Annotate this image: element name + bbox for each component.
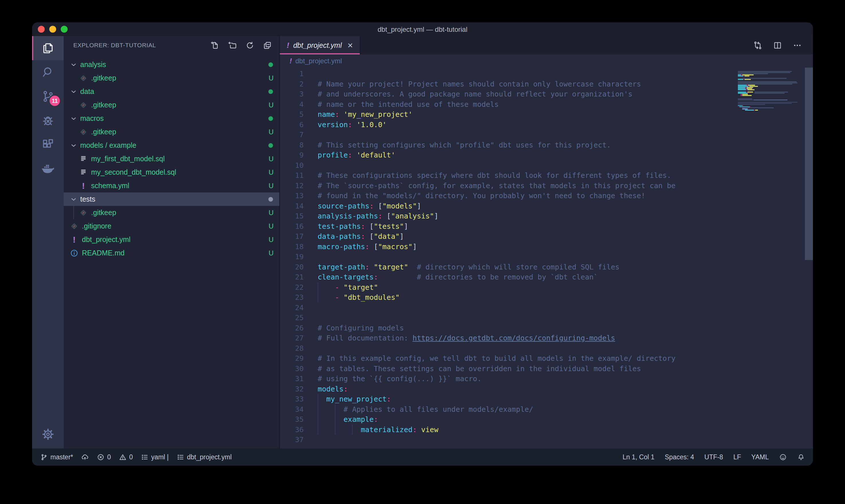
code-line[interactable]: 15analysis-paths: ["analysis"] xyxy=(280,211,730,221)
activity-item-extensions[interactable] xyxy=(32,132,64,156)
minimap[interactable] xyxy=(738,70,804,112)
line-number: 36 xyxy=(280,425,304,435)
status-active-file[interactable]: dbt_project.yml xyxy=(177,453,232,461)
line-number: 20 xyxy=(280,262,304,272)
code-line[interactable]: 35 example: xyxy=(280,414,730,425)
code-line[interactable]: 10 xyxy=(280,160,730,171)
zoom-button[interactable] xyxy=(61,26,68,33)
code-line[interactable]: 19 xyxy=(280,252,730,262)
open-changes-button[interactable] xyxy=(753,41,762,50)
status-notifications[interactable] xyxy=(797,453,805,461)
tree-item-my-second-dbt-model-sql[interactable]: my_second_dbt_model.sqlU xyxy=(64,165,279,179)
code-line[interactable]: 12# The `source-paths` config, for examp… xyxy=(280,181,730,191)
tree-item-label: my_second_dbt_model.sql xyxy=(91,168,176,176)
tab-dbt-project-yml[interactable]: ! dbt_project.yml × xyxy=(280,36,360,54)
code-line[interactable]: 34 # Applies to all files under models/e… xyxy=(280,404,730,415)
activity-item-docker[interactable] xyxy=(32,156,64,180)
activity-item-debug[interactable] xyxy=(32,108,64,132)
code-line[interactable]: 33 my_new_project: xyxy=(280,394,730,404)
code-line[interactable]: 20target-path: "target" # directory whic… xyxy=(280,262,730,272)
tree-item-gitkeep[interactable]: .gitkeepU xyxy=(64,206,279,219)
scrollbar-thumb[interactable] xyxy=(805,68,813,260)
split-editor-button[interactable] xyxy=(773,41,782,50)
code-line[interactable]: 4# name or the intended use of these mod… xyxy=(280,100,730,110)
code-line[interactable]: 1 xyxy=(280,69,730,79)
tree-item-label: my_first_dbt_model.sql xyxy=(91,155,165,163)
code-line[interactable]: 16test-paths: ["tests"] xyxy=(280,221,730,232)
status-indentation[interactable]: Spaces: 4 xyxy=(665,453,694,461)
status-encoding[interactable]: UTF-8 xyxy=(704,453,723,461)
code-line[interactable]: 21clean-targets: # directories to be rem… xyxy=(280,272,730,282)
tree-item-schema-yml[interactable]: !schema.ymlU xyxy=(64,179,279,193)
code-line[interactable]: 37 xyxy=(280,435,730,445)
code-line[interactable]: 26# Configuring models xyxy=(280,323,730,333)
indent-guide xyxy=(335,425,336,435)
minimize-button[interactable] xyxy=(49,26,56,33)
code-line[interactable]: 11# These configurations specify where d… xyxy=(280,170,730,181)
code-line[interactable]: 8# This setting configures which "profil… xyxy=(280,140,730,150)
status-cursor-position[interactable]: Ln 1, Col 1 xyxy=(623,453,654,461)
code-line[interactable]: 5name: 'my_new_project' xyxy=(280,109,730,120)
tree-item-readme-md[interactable]: README.mdU xyxy=(64,246,279,260)
tree-item-macros[interactable]: macros xyxy=(64,112,279,125)
code-line[interactable]: 31# using the `{{ config(...) }}` macro. xyxy=(280,374,730,384)
breadcrumb-file[interactable]: dbt_project.yml xyxy=(295,57,342,65)
status-errors[interactable]: 0 xyxy=(97,453,111,461)
code-line[interactable]: 22 - "target" xyxy=(280,282,730,293)
code-line[interactable]: 18macro-paths: ["macros"] xyxy=(280,242,730,252)
tree-item-analysis[interactable]: analysis xyxy=(64,58,279,71)
code-line[interactable]: 30# as tables. These settings can be ove… xyxy=(280,364,730,374)
code-line[interactable]: 7 xyxy=(280,130,730,140)
line-number: 10 xyxy=(280,160,304,171)
code-line[interactable]: 29# In this example config, we tell dbt … xyxy=(280,353,730,364)
activity-item-explorer[interactable] xyxy=(32,36,64,60)
code-line[interactable]: 9profile: 'default' xyxy=(280,150,730,160)
refresh-button[interactable] xyxy=(246,41,254,50)
tree-item-gitkeep[interactable]: .gitkeepU xyxy=(64,71,279,85)
code-line[interactable]: 23 - "dbt_modules" xyxy=(280,292,730,303)
code-line[interactable]: 3# and underscores. A good package name … xyxy=(280,89,730,100)
new-folder-button[interactable] xyxy=(228,41,237,50)
status-eol[interactable]: LF xyxy=(733,453,741,461)
status-yaml-selector[interactable]: yaml | xyxy=(141,453,169,461)
status-language-mode[interactable]: YAML xyxy=(751,453,769,461)
code-line[interactable]: 24 xyxy=(280,303,730,313)
code-line[interactable]: 32models: xyxy=(280,384,730,394)
close-tab-icon[interactable]: × xyxy=(347,41,353,50)
more-actions-button[interactable] xyxy=(793,41,802,50)
line-number: 5 xyxy=(280,109,304,120)
code-line[interactable]: 27# Full documentation: https://docs.get… xyxy=(280,333,730,343)
tree-item-dbt-project-yml[interactable]: !dbt_project.ymlU xyxy=(64,233,279,246)
tree-item-data[interactable]: data xyxy=(64,85,279,98)
collapse-all-button[interactable] xyxy=(263,41,272,50)
tree-item-gitkeep[interactable]: .gitkeepU xyxy=(64,98,279,112)
cloud-upload-icon xyxy=(81,453,89,461)
code-line[interactable]: 2# Name your project! Project names shou… xyxy=(280,79,730,89)
new-file-button[interactable] xyxy=(211,41,219,50)
status-git-branch[interactable]: master* xyxy=(40,453,73,461)
tree-item-my-first-dbt-model-sql[interactable]: my_first_dbt_model.sqlU xyxy=(64,152,279,165)
status-warnings[interactable]: 0 xyxy=(119,453,133,461)
tree-item-tests[interactable]: tests xyxy=(64,193,279,206)
status-feedback[interactable] xyxy=(779,453,787,461)
line-number: 13 xyxy=(280,191,304,201)
yaml-icon: ! xyxy=(70,235,78,244)
code-line[interactable]: 17data-paths: ["data"] xyxy=(280,231,730,242)
tree-item-gitignore[interactable]: .gitignoreU xyxy=(64,219,279,233)
code-line[interactable]: 14source-paths: ["models"] xyxy=(280,201,730,211)
minimap-line xyxy=(738,96,804,97)
code-line[interactable]: 36 materialized: view xyxy=(280,425,730,435)
minimap-line xyxy=(738,81,804,82)
activity-item-search[interactable] xyxy=(32,60,64,84)
code-area[interactable]: 12# Name your project! Project names sho… xyxy=(280,69,730,445)
code-line[interactable]: 13# found in the "models/" directory. Yo… xyxy=(280,191,730,201)
activity-item-source-control[interactable]: 11 xyxy=(32,84,64,108)
code-line[interactable]: 25 xyxy=(280,313,730,323)
code-line[interactable]: 6version: '1.0.0' xyxy=(280,120,730,130)
tree-item-models-example[interactable]: models / example xyxy=(64,139,279,152)
code-line[interactable]: 28 xyxy=(280,343,730,354)
activity-item-settings[interactable] xyxy=(32,420,64,448)
tree-item-gitkeep[interactable]: .gitkeepU xyxy=(64,125,279,139)
status-sync-publish[interactable] xyxy=(81,453,89,461)
close-button[interactable] xyxy=(38,26,45,33)
